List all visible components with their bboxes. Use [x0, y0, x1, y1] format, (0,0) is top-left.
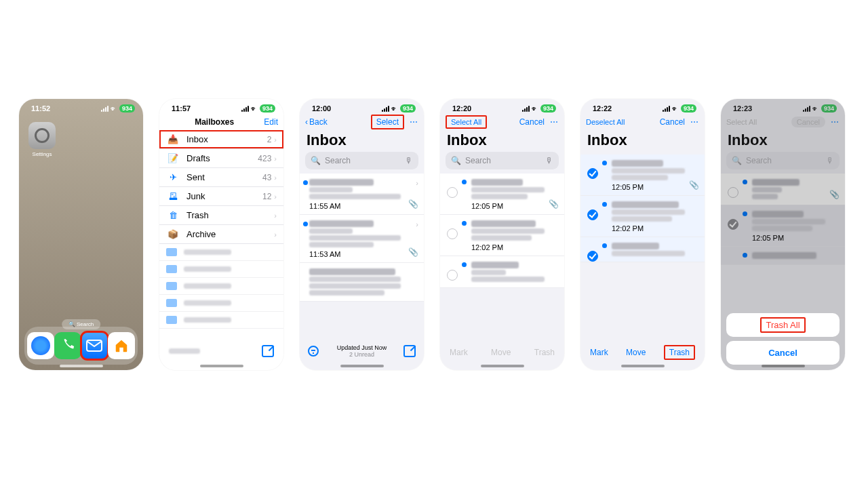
select-circle-checked[interactable]: [587, 209, 598, 220]
message-list: 12:05 PM📎 12:02 PM: [440, 174, 564, 288]
app-phone[interactable]: [54, 332, 81, 359]
message-cell[interactable]: [440, 256, 564, 288]
status-text: [169, 348, 200, 354]
attachment-icon: 📎: [408, 199, 418, 209]
compose-button[interactable]: [403, 345, 416, 357]
chevron-right-icon: ›: [416, 179, 418, 187]
trash-all-button[interactable]: Trash All: [726, 313, 840, 337]
mark-button[interactable]: Mark: [590, 348, 608, 357]
mailbox-row-junk[interactable]: 🗳 Junk 12 ›: [159, 187, 283, 206]
home-indicator: [200, 365, 243, 367]
trash-button[interactable]: Trash: [664, 345, 695, 360]
select-all-button[interactable]: Select All: [446, 115, 487, 129]
toolbar: Updated Just Now 2 Unread: [300, 339, 424, 363]
edit-button[interactable]: Edit: [264, 117, 278, 127]
mailbox-row-trash[interactable]: 🗑 Trash ›: [159, 206, 283, 225]
select-circle[interactable]: [447, 228, 458, 239]
status-icons: ᯤ 934: [101, 104, 135, 113]
cancel-button[interactable]: Cancel: [660, 117, 685, 127]
message-cell[interactable]: › 11:53 AM 📎: [300, 215, 424, 263]
mailbox-list: 📥 Inbox 2 › 📝 Drafts 423 › ✈︎ Sent 43 › …: [159, 130, 283, 329]
message-list: › 11:55 AM 📎 › 11:53 AM 📎: [300, 174, 424, 302]
battery-icon: 934: [119, 104, 135, 113]
screen-edit-none: 12:20ᯤ934 Select All Cancel ⋯ Inbox 🔍Sea…: [440, 99, 564, 370]
select-circle-checked[interactable]: [587, 251, 598, 262]
edit-toolbar: Mark Move Trash: [580, 342, 705, 363]
screen-action-sheet: 12:23ᯤ934 Select All Cancel ⋯ Inbox 🔍Sea…: [721, 99, 845, 370]
mailbox-row-custom[interactable]: [159, 261, 283, 278]
screen-inbox: 12:00ᯤ934 ‹Back Select ⋯ Inbox 🔍 Search …: [300, 99, 424, 370]
search-input[interactable]: 🔍Search🎙: [446, 152, 559, 169]
mailbox-row-custom[interactable]: [159, 244, 283, 261]
message-cell[interactable]: [300, 263, 424, 302]
inbox-icon: 📥: [166, 134, 180, 144]
drafts-icon: 📝: [166, 153, 180, 163]
more-button[interactable]: ⋯: [550, 117, 559, 127]
mailbox-row-custom[interactable]: [159, 295, 283, 312]
action-sheet: Trash All Cancel: [726, 309, 840, 365]
mailbox-row-drafts[interactable]: 📝 Drafts 423 ›: [159, 149, 283, 168]
nav-title: Mailboxes: [195, 117, 234, 127]
move-button[interactable]: Move: [626, 348, 646, 357]
app-settings[interactable]: Settings: [28, 122, 56, 157]
compass-icon: [31, 336, 50, 355]
wifi-icon: ᯤ: [111, 105, 117, 113]
app-mail[interactable]: [81, 332, 108, 359]
select-circle-checked[interactable]: [587, 168, 598, 179]
back-button[interactable]: ‹Back: [305, 117, 328, 127]
page-title: Inbox: [300, 130, 424, 152]
mailbox-row-custom[interactable]: [159, 312, 283, 329]
select-button[interactable]: Select: [371, 115, 404, 129]
chevron-right-icon: ›: [274, 136, 277, 144]
more-button[interactable]: ⋯: [410, 117, 418, 127]
mailbox-row-inbox[interactable]: 📥 Inbox 2 ›: [159, 130, 283, 149]
app-home[interactable]: [108, 332, 135, 359]
message-cell[interactable]: › 11:55 AM 📎: [300, 174, 424, 215]
screen-edit-all: 12:22ᯤ934 Deselect All Cancel ⋯ Inbox 12…: [580, 99, 705, 370]
dock: [24, 327, 138, 365]
mailbox-row-archive[interactable]: 📦 Archive ›: [159, 225, 283, 244]
toolbar: [159, 339, 283, 363]
archive-icon: 📦: [166, 229, 180, 239]
mailbox-row-custom[interactable]: [159, 278, 283, 295]
trash-icon: 🗑: [166, 210, 180, 220]
app-label: Settings: [28, 151, 56, 157]
screen-home: 11:52 ᯤ 934 Settings 🔍 Search: [19, 99, 143, 370]
home-indicator: [60, 365, 103, 367]
message-list: 12:05 PM📎 12:02 PM: [580, 155, 705, 262]
deselect-all-button[interactable]: Deselect All: [586, 118, 625, 126]
clock: 11:57: [172, 104, 191, 113]
sheet-cancel-button[interactable]: Cancel: [726, 341, 840, 365]
sent-icon: ✈︎: [166, 172, 180, 182]
move-button: Move: [491, 348, 511, 357]
cancel-button[interactable]: Cancel: [519, 117, 545, 127]
message-cell[interactable]: 12:02 PM: [440, 215, 564, 256]
select-circle[interactable]: [447, 270, 458, 281]
trash-button: Trash: [534, 348, 555, 357]
status-bar: 11:57 ᯤ934: [159, 99, 283, 114]
compose-button[interactable]: [262, 345, 274, 357]
gear-icon: [35, 128, 50, 143]
screenshot-row: 11:52 ᯤ 934 Settings 🔍 Search: [19, 99, 845, 370]
mark-button: Mark: [450, 348, 468, 357]
app-safari[interactable]: [27, 332, 54, 359]
select-circle[interactable]: [447, 187, 458, 198]
unread-count: 2 Unread: [337, 351, 387, 358]
cell-signal-icon: [101, 106, 108, 112]
folder-icon: [166, 248, 177, 256]
chevron-left-icon: ‹: [305, 117, 308, 127]
unread-dot-icon: [303, 180, 308, 185]
filter-button[interactable]: [308, 346, 319, 357]
status-bar: 11:52 ᯤ 934: [19, 99, 143, 114]
message-cell[interactable]: [580, 237, 705, 262]
search-input[interactable]: 🔍 Search 🎙: [305, 152, 418, 169]
message-cell[interactable]: 12:02 PM: [580, 196, 705, 237]
more-button[interactable]: ⋯: [690, 117, 699, 127]
clock: 11:52: [31, 104, 50, 113]
message-cell[interactable]: 12:05 PM📎: [580, 155, 705, 196]
junk-icon: 🗳: [166, 191, 180, 201]
mailbox-row-sent[interactable]: ✈︎ Sent 43 ›: [159, 168, 283, 187]
page-title: Inbox: [580, 130, 705, 152]
phone-icon: [60, 338, 75, 353]
message-cell[interactable]: 12:05 PM📎: [440, 174, 564, 215]
